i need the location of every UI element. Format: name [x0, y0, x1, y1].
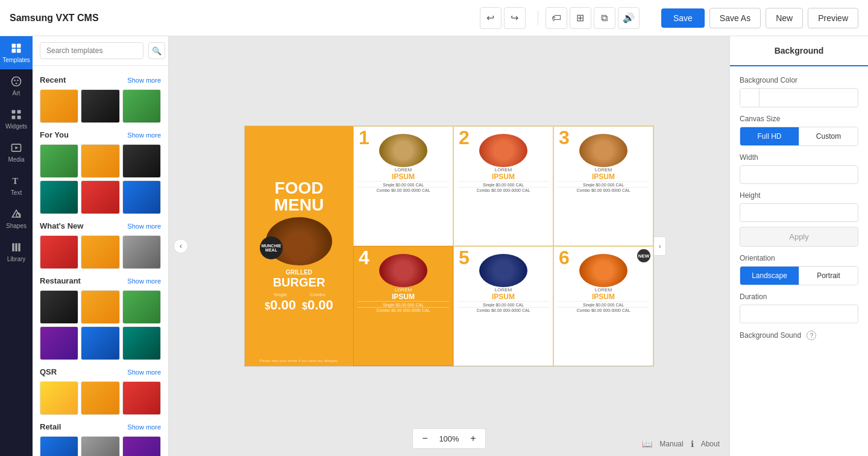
- app-title: Samsung VXT CMS: [10, 13, 99, 24]
- tag-button[interactable]: 🏷: [546, 7, 567, 29]
- bg-color-label: Background Color: [740, 76, 858, 84]
- custom-button[interactable]: Custom: [799, 127, 858, 145]
- search-bar: 🔍 ⚙: [33, 36, 168, 66]
- template-thumb[interactable]: [40, 290, 78, 324]
- price-single-5: Single $0.00 000 CAL: [458, 301, 549, 307]
- sidebar-item-library[interactable]: Library: [0, 235, 33, 268]
- template-thumb[interactable]: [40, 436, 78, 456]
- sidebar-item-media[interactable]: Media: [0, 136, 33, 169]
- color-swatch[interactable]: [740, 88, 760, 107]
- search-input[interactable]: [40, 42, 143, 59]
- item-number-6: 6: [559, 248, 570, 267]
- canvas-size-buttons: Full HD Custom: [740, 127, 858, 146]
- apply-button[interactable]: Apply: [740, 227, 858, 247]
- template-thumb[interactable]: [122, 235, 161, 269]
- recent-section-header: Recent Show more: [40, 75, 161, 84]
- template-thumb[interactable]: [81, 144, 119, 178]
- template-thumb[interactable]: [40, 89, 78, 123]
- template-thumb[interactable]: [122, 144, 161, 178]
- template-thumb[interactable]: [122, 436, 161, 456]
- header-actions: Save Save As New Preview: [661, 8, 858, 28]
- food-image-2: [479, 134, 527, 167]
- new-button[interactable]: New: [766, 8, 803, 28]
- template-thumb[interactable]: [81, 290, 119, 324]
- foryou-show-more[interactable]: Show more: [127, 131, 161, 139]
- price-combo-5: Combo $0.00 000-0000 CAL: [458, 307, 549, 312]
- save-button[interactable]: Save: [661, 8, 705, 28]
- about-link[interactable]: About: [701, 440, 720, 448]
- template-thumb[interactable]: [122, 381, 161, 415]
- template-thumb[interactable]: [81, 235, 119, 269]
- audio-button[interactable]: 🔊: [618, 7, 640, 29]
- sidebar-item-art[interactable]: Art: [0, 69, 33, 103]
- food-image-1: [379, 134, 427, 167]
- zoom-out-button[interactable]: −: [418, 431, 432, 446]
- price-single-6: Single $0.00 000 CAL: [558, 301, 649, 307]
- about-icon: ℹ: [691, 439, 694, 449]
- template-thumb[interactable]: [40, 235, 78, 269]
- undo-button[interactable]: ↩: [480, 7, 502, 29]
- food-image-6: [579, 254, 627, 287]
- full-hd-button[interactable]: Full HD: [740, 127, 799, 145]
- zoom-in-button[interactable]: +: [466, 431, 480, 446]
- bg-color-input[interactable]: [740, 88, 858, 107]
- grid-button[interactable]: ⊞: [570, 7, 591, 29]
- manual-link[interactable]: Manual: [659, 440, 683, 448]
- price-single-2: Single $0.00 000 CAL: [458, 181, 549, 187]
- duration-row: 01:00: [740, 305, 858, 323]
- whatsnew-show-more[interactable]: Show more: [127, 223, 161, 230]
- template-thumb[interactable]: [122, 326, 161, 360]
- landscape-button[interactable]: Landscape: [740, 267, 799, 285]
- width-input[interactable]: 1920: [740, 165, 858, 184]
- layers-button[interactable]: ⧉: [594, 7, 615, 29]
- svg-point-4: [12, 77, 21, 86]
- sidebar-item-shapes[interactable]: Shapes: [0, 202, 33, 235]
- template-thumb[interactable]: [81, 89, 119, 123]
- zoom-controls: − 100% +: [412, 428, 486, 449]
- template-thumb[interactable]: [81, 180, 119, 214]
- sidebar-item-templates[interactable]: Templates: [0, 36, 33, 69]
- width-label: Width: [740, 153, 858, 162]
- template-thumb[interactable]: [122, 89, 161, 123]
- ipsum-5: IPSUM: [492, 293, 515, 301]
- toolbar-separator-1: [538, 11, 538, 25]
- retail-section-header: Retail Show more: [40, 422, 161, 431]
- sidebar-item-text[interactable]: T Text: [0, 169, 33, 202]
- template-thumb[interactable]: [122, 180, 161, 214]
- template-thumb[interactable]: [122, 290, 161, 324]
- grilled-text: GRILLED: [286, 269, 312, 276]
- restaurant-show-more[interactable]: Show more: [127, 277, 161, 285]
- template-thumb[interactable]: [40, 180, 78, 214]
- ipsum-6: IPSUM: [592, 293, 615, 301]
- whatsnew-grid: [40, 235, 161, 269]
- recent-show-more[interactable]: Show more: [127, 77, 161, 84]
- template-thumb[interactable]: [81, 381, 119, 415]
- portrait-button[interactable]: Portrait: [799, 267, 858, 285]
- template-thumb[interactable]: [81, 436, 119, 456]
- template-thumb[interactable]: [40, 381, 78, 415]
- price-combo-1: Combo $0.00 000-0000 CAL: [357, 187, 449, 192]
- template-thumb[interactable]: [40, 326, 78, 360]
- svg-rect-1: [17, 44, 21, 48]
- template-thumb[interactable]: [81, 326, 119, 360]
- redo-button[interactable]: ↪: [504, 7, 526, 29]
- price-combo-3: Combo $0.00 000-0000 CAL: [558, 187, 649, 192]
- retail-show-more[interactable]: Show more: [127, 423, 161, 431]
- sidebar-item-widgets[interactable]: Widgets: [0, 103, 33, 136]
- header: Samsung VXT CMS ↩ ↪ 🏷 ⊞ ⧉ 🔊 Save Save As…: [0, 0, 868, 36]
- duration-input[interactable]: 01:00: [740, 305, 858, 323]
- template-thumb[interactable]: [40, 144, 78, 178]
- right-panel-expand[interactable]: ›: [654, 236, 666, 256]
- search-button[interactable]: 🔍: [148, 42, 165, 59]
- color-hex-input[interactable]: [760, 93, 858, 102]
- svg-point-5: [14, 80, 16, 81]
- price-single-4: Single $0.00 000 CAL: [357, 301, 449, 307]
- lorem-4: LOREM: [395, 287, 412, 293]
- qsr-show-more[interactable]: Show more: [127, 369, 161, 376]
- help-icon[interactable]: ?: [807, 331, 816, 340]
- collapse-left-toggle[interactable]: ‹: [174, 239, 188, 253]
- save-as-button[interactable]: Save As: [709, 8, 761, 28]
- canvas-size-label: Canvas Size: [740, 115, 858, 123]
- height-input[interactable]: 1080: [740, 203, 858, 222]
- preview-button[interactable]: Preview: [808, 8, 858, 28]
